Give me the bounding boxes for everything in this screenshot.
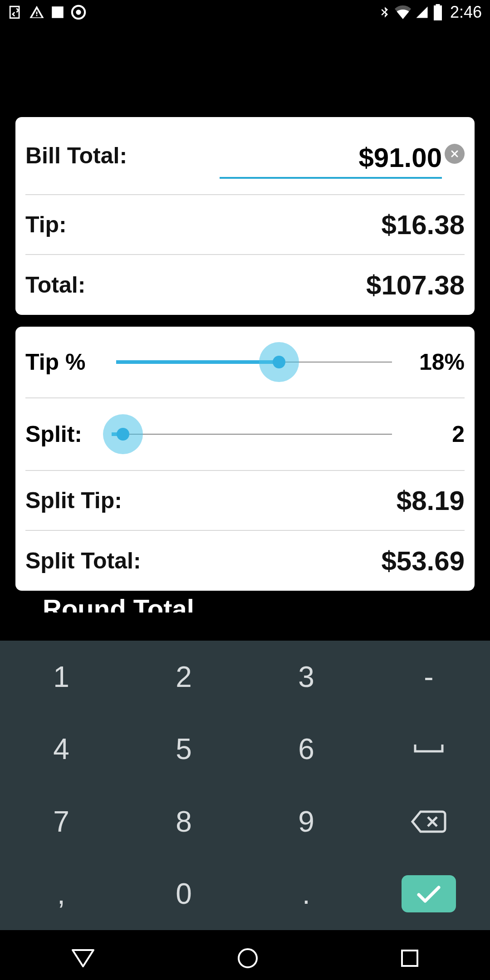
wifi-icon <box>395 5 411 19</box>
status-left <box>8 5 86 20</box>
split-tip-value: $8.19 <box>397 485 465 516</box>
key-0[interactable]: 0 <box>122 858 245 931</box>
split-row: Split: 2 <box>25 398 465 471</box>
round-total-heading-partial: Round Total <box>15 591 475 612</box>
key-3[interactable]: 3 <box>245 641 368 713</box>
split-card: Tip % 18% Split: 2 Split Tip: $8.19 Spli… <box>15 327 475 591</box>
tip-percent-row: Tip % 18% <box>25 327 465 398</box>
key-9[interactable]: 9 <box>245 785 368 858</box>
record-icon <box>71 5 86 20</box>
split-total-row: Split Total: $53.69 <box>25 531 465 591</box>
circle-icon <box>237 947 259 969</box>
tip-percent-slider[interactable] <box>116 342 392 382</box>
tip-percent-label: Tip % <box>25 349 116 375</box>
tip-percent-value: 18% <box>392 349 465 375</box>
split-slider[interactable] <box>112 414 392 455</box>
space-icon <box>413 742 445 756</box>
key-7[interactable]: 7 <box>0 785 122 858</box>
navigation-bar <box>0 936 490 980</box>
key-comma[interactable]: , <box>0 858 122 931</box>
key-6[interactable]: 6 <box>245 713 368 786</box>
sync-rotate-icon <box>8 5 24 20</box>
battery-icon <box>433 4 443 20</box>
tip-row: Tip: $16.38 <box>25 195 465 255</box>
total-value: $107.38 <box>366 270 465 301</box>
key-4[interactable]: 4 <box>0 713 122 786</box>
key-8[interactable]: 8 <box>122 785 245 858</box>
split-total-value: $53.69 <box>381 545 465 577</box>
key-1[interactable]: 1 <box>0 641 122 713</box>
status-time: 2:46 <box>450 3 482 22</box>
split-total-label: Split Total: <box>25 548 141 574</box>
split-tip-label: Split Tip: <box>25 487 122 514</box>
key-2[interactable]: 2 <box>122 641 245 713</box>
warning-icon <box>29 5 44 20</box>
key-backspace[interactable] <box>368 785 490 858</box>
square-icon <box>400 949 419 968</box>
image-icon <box>50 5 65 20</box>
total-label: Total: <box>25 272 85 298</box>
key-minus[interactable]: - <box>368 641 490 713</box>
tip-label: Tip: <box>25 211 67 238</box>
clear-input-button[interactable] <box>445 144 465 164</box>
close-icon <box>449 148 460 159</box>
check-icon <box>416 877 441 911</box>
triangle-down-icon <box>71 948 95 968</box>
signal-icon <box>415 5 429 19</box>
key-5[interactable]: 5 <box>122 713 245 786</box>
split-value: 2 <box>392 421 465 447</box>
bluetooth-icon <box>378 5 391 20</box>
key-period[interactable]: . <box>245 858 368 931</box>
tip-value: $16.38 <box>381 209 465 240</box>
status-right: 2:46 <box>378 3 482 22</box>
svg-point-1 <box>76 10 81 15</box>
svg-rect-3 <box>402 951 417 966</box>
totals-card: Bill Total: Tip: $16.38 Total: $107.38 <box>15 117 475 315</box>
recents-button[interactable] <box>400 949 419 968</box>
bill-total-label: Bill Total: <box>25 142 127 169</box>
svg-point-2 <box>239 949 257 967</box>
numeric-keyboard: 1 2 3 - 4 5 6 7 8 9 , 0 . <box>0 641 490 930</box>
key-space[interactable] <box>368 713 490 786</box>
bill-total-row: Bill Total: <box>25 117 465 195</box>
back-button[interactable] <box>71 948 95 968</box>
bill-total-input[interactable] <box>220 133 442 179</box>
split-label: Split: <box>25 421 112 447</box>
key-enter[interactable] <box>368 858 490 931</box>
status-bar: 2:46 <box>0 0 490 24</box>
split-tip-row: Split Tip: $8.19 <box>25 471 465 531</box>
backspace-icon <box>411 809 447 834</box>
home-button[interactable] <box>237 947 259 969</box>
total-row: Total: $107.38 <box>25 255 465 315</box>
